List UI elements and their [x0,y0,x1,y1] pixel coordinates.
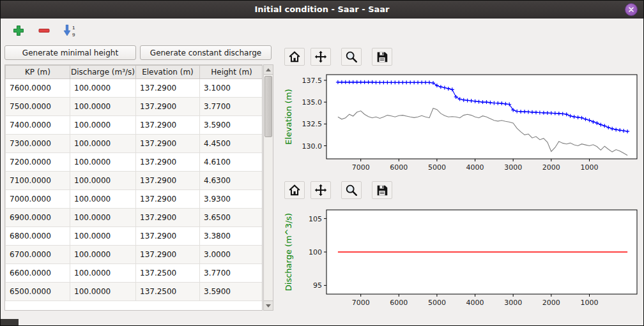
scroll-up-button[interactable] [264,65,273,75]
discharge-plot-toolbar [284,181,392,199]
table-cell[interactable]: 7000.0000 [6,190,70,209]
table-cell[interactable]: 137.2500 [136,264,200,283]
svg-text:2000: 2000 [542,299,560,307]
table-scrollbar[interactable] [263,64,273,311]
elevation-plot-toolbar [284,48,392,66]
column-header[interactable]: KP (m) [6,66,70,79]
svg-text:1000: 1000 [581,299,599,307]
svg-text:137.5: 137.5 [302,77,323,85]
title-bar[interactable]: Initial condition - Saar - Saar [1,1,643,19]
plot2-save-button[interactable] [372,181,392,199]
add-row-button[interactable] [10,22,27,40]
table-cell[interactable]: 7200.0000 [6,153,70,172]
scrollbar-thumb[interactable] [264,76,272,137]
window-title: Initial condition - Saar - Saar [254,4,389,14]
table-cell[interactable]: 7400.0000 [6,116,70,135]
table-cell[interactable]: 137.2900 [136,79,200,98]
plot2-pan-button[interactable] [310,181,331,199]
table-row: 7400.0000100.0000137.29003.5900 [6,116,263,135]
table-row: 6900.0000100.0000137.29003.6500 [6,209,263,227]
svg-text:Discharge (m^3/s): Discharge (m^3/s) [284,213,293,291]
remove-row-button[interactable] [35,22,53,40]
table-cell[interactable]: 6700.0000 [6,246,70,264]
svg-text:132.5: 132.5 [302,120,323,128]
table-cell[interactable]: 6500.0000 [6,283,70,301]
plot2-zoom-button[interactable] [341,181,362,199]
svg-text:95: 95 [313,281,322,290]
table-cell[interactable]: 3.0000 [200,246,263,264]
svg-text:4000: 4000 [466,163,484,172]
data-table: KP (m)Discharge (m³/s)Elevation (m)Heigh… [5,65,263,301]
table-cell[interactable]: 7500.0000 [6,98,70,116]
plot2-home-button[interactable] [284,181,305,199]
table-cell[interactable]: 3.5900 [200,283,263,301]
table-cell[interactable]: 7100.0000 [6,172,70,190]
table-cell[interactable]: 100.0000 [70,264,136,283]
table-cell[interactable]: 137.2900 [136,116,200,135]
table-cell[interactable]: 137.2900 [136,190,200,209]
table-cell[interactable]: 100.0000 [70,135,136,153]
table-cell[interactable]: 137.2900 [136,135,200,153]
table-cell[interactable]: 137.2900 [136,209,200,227]
table-cell[interactable]: 6900.0000 [6,209,70,227]
table-row: 7500.0000100.0000137.29003.7700 [6,98,263,116]
svg-text:3000: 3000 [504,299,522,307]
table-cell[interactable]: 100.0000 [70,98,136,116]
table-row: 7600.0000100.0000137.29003.1000 [6,79,263,98]
discharge-chart[interactable]: 700060005000400030002000100095100105Disc… [280,204,642,313]
table-cell[interactable]: 137.2500 [136,283,200,301]
svg-text:100: 100 [309,248,322,256]
table-cell[interactable]: 100.0000 [70,153,136,172]
table-cell[interactable]: 4.4500 [200,135,263,153]
save-icon [375,50,389,64]
table-cell[interactable]: 137.2900 [136,153,200,172]
generate-button-row: Generate minimal height Generate constan… [4,45,272,60]
table-cell[interactable]: 7300.0000 [6,135,70,153]
table-cell[interactable]: 3.9300 [200,190,263,209]
table-cell[interactable]: 137.2900 [136,246,200,264]
table-cell[interactable]: 3.3800 [200,227,263,246]
elevation-chart[interactable]: 7000600050004000300020001000130.0132.513… [280,68,642,178]
plot1-save-button[interactable] [372,48,392,66]
table-cell[interactable]: 100.0000 [70,79,136,98]
table-cell[interactable]: 100.0000 [70,246,136,264]
table-cell[interactable]: 100.0000 [70,283,136,301]
table-cell[interactable]: 4.6300 [200,172,263,190]
plot1-pan-button[interactable] [310,48,331,66]
generate-constant-discharge-button[interactable]: Generate constant discharge [140,45,272,60]
table-cell[interactable]: 3.1000 [200,79,263,98]
table-cell[interactable]: 137.2900 [136,227,200,246]
column-header[interactable]: Height (m) [200,66,263,79]
generate-minimal-height-button[interactable]: Generate minimal height [4,45,136,60]
table-cell[interactable]: 100.0000 [70,209,136,227]
table-cell[interactable]: 3.5900 [200,116,263,135]
table-cell[interactable]: 100.0000 [70,172,136,190]
table-cell[interactable]: 137.2900 [136,98,200,116]
svg-text:6000: 6000 [390,299,408,307]
table-row: 7100.0000100.0000137.29004.6300 [6,172,263,190]
table-cell[interactable]: 3.7700 [200,98,263,116]
table-cell[interactable]: 3.6500 [200,209,263,227]
initial-condition-table: KP (m)Discharge (m³/s)Elevation (m)Heigh… [4,64,263,311]
table-cell[interactable]: 7600.0000 [6,79,70,98]
svg-text:130.0: 130.0 [302,142,323,151]
table-cell[interactable]: 100.0000 [70,116,136,135]
table-row: 7200.0000100.0000137.29004.6100 [6,153,263,172]
column-header[interactable]: Elevation (m) [136,66,200,79]
table-cell[interactable]: 6600.0000 [6,264,70,283]
zoom-icon [344,50,358,64]
table-cell[interactable]: 4.6100 [200,153,263,172]
close-button[interactable] [625,3,638,16]
table-cell[interactable]: 3.7700 [200,264,263,283]
table-row: 6500.0000100.0000137.25003.5900 [6,283,263,301]
table-cell[interactable]: 100.0000 [70,190,136,209]
table-cell[interactable]: 100.0000 [70,227,136,246]
table-cell[interactable]: 6800.0000 [6,227,70,246]
table-row: 7300.0000100.0000137.29004.4500 [6,135,263,153]
column-header[interactable]: Discharge (m³/s) [70,66,136,79]
sort-rows-button[interactable]: 1 9 [61,22,79,40]
table-cell[interactable]: 137.2900 [136,172,200,190]
scroll-down-button[interactable] [264,300,273,310]
plot1-home-button[interactable] [284,48,305,66]
plot1-zoom-button[interactable] [341,48,362,66]
